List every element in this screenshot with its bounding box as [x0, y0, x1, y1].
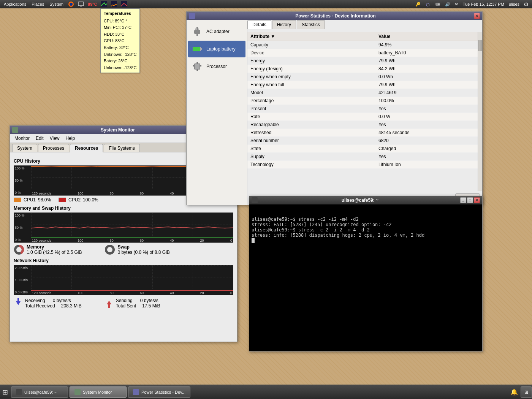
terminal-minimize-btn[interactable]: _: [460, 197, 466, 203]
svg-rect-30: [200, 65, 201, 66]
svg-rect-34: [196, 70, 196, 71]
temp-cpu: CPU: 89°C *: [104, 18, 136, 25]
powerstat-titlebar: Power Statistics - Device Information ✕: [187, 12, 482, 20]
network-line: [31, 265, 233, 291]
table-cell-value: Lithium Ion: [375, 161, 478, 169]
power-icon[interactable]: ⏻: [522, 0, 530, 8]
terminal-maximize-btn[interactable]: □: [467, 197, 473, 203]
terminal-close-btn[interactable]: ✕: [474, 197, 480, 203]
cpu-graph-icon[interactable]: [100, 0, 109, 8]
table-cell-value: 94.9%: [375, 41, 478, 49]
device-ac-adapter[interactable]: AC adapter: [188, 23, 245, 40]
svg-rect-21: [195, 28, 196, 30]
swap-donut: [104, 244, 115, 255]
taskbar-btn-sysmon[interactable]: System Monitor: [70, 386, 127, 398]
ps-table-scroll[interactable]: Attribute ▼ Value Capacity94.9%Devicebat…: [247, 32, 478, 191]
tab-filesystems[interactable]: File Systems: [104, 144, 140, 152]
sending-icon: [104, 298, 114, 309]
taskbar-powerstat-label: Power Statistics - Dev...: [141, 390, 185, 394]
tab-resources[interactable]: Resources: [70, 144, 103, 152]
ps-tab-details[interactable]: Details: [247, 20, 271, 29]
table-row: RechargeableYes: [247, 121, 478, 129]
ac-adapter-label: AC adapter: [206, 29, 230, 34]
powerstat-close-btn[interactable]: ✕: [474, 13, 480, 19]
bluetooth-icon[interactable]: ⬡: [424, 0, 432, 8]
key-icon[interactable]: 🔑: [414, 0, 422, 8]
menu-view[interactable]: View: [47, 135, 63, 142]
hdd-icon[interactable]: [434, 0, 442, 8]
table-cell-attribute: Energy when full: [247, 81, 375, 89]
ps-tab-statistics[interactable]: Statistics: [297, 20, 325, 29]
table-cell-attribute: Energy when empty: [247, 73, 375, 81]
table-cell-value: 84.2 Wh: [375, 65, 478, 73]
table-cell-attribute: Device: [247, 49, 375, 57]
volume-icon[interactable]: 🔊: [443, 0, 452, 8]
datetime-display: Tue Feb 15, 12:37 PM: [463, 2, 504, 6]
email-icon[interactable]: ✉: [453, 0, 460, 8]
ps-scrollbar-thumb[interactable]: [478, 40, 482, 51]
applications-menu[interactable]: Applications: [2, 0, 28, 8]
mem-chart-y-labels: 100 % 50 % 0 %: [14, 213, 31, 242]
ps-col-attribute: Attribute ▼: [247, 32, 375, 41]
memory-info: Memory 1.0 GiB (42.5 %) of 2.5 GiB: [14, 244, 82, 255]
table-cell-value: 100.0%: [375, 97, 478, 105]
mem-graph-icon[interactable]: [109, 0, 119, 8]
clock: Tue Feb 15, 12:37 PM: [461, 0, 506, 8]
ps-tab-history[interactable]: History: [272, 20, 296, 29]
tab-system[interactable]: System: [12, 144, 37, 152]
temp-tooltip-title: Temperatures: [104, 10, 136, 17]
terminal-cursor: [252, 238, 255, 243]
device-laptop-battery[interactable]: Laptop battery: [188, 41, 245, 57]
taskbar-right: 🔔 ⊞: [508, 386, 532, 398]
terminal-content[interactable]: ulises@cafe59:~$ stress -c2 -i2 -m4 -d2s…: [249, 204, 482, 351]
user-icon[interactable]: ulises: [507, 0, 521, 8]
table-cell-value: Charged: [375, 145, 478, 153]
table-cell-value: 42T4619: [375, 89, 478, 97]
show-desktop-btn[interactable]: ⊞: [521, 386, 532, 398]
swap-label: Swap: [117, 244, 169, 250]
temp-icon[interactable]: 89°C: [86, 0, 99, 8]
ac-adapter-icon: [191, 25, 203, 38]
receiving-icon: [14, 298, 23, 309]
places-menu[interactable]: Places: [29, 0, 46, 8]
applications-label: Applications: [4, 2, 26, 6]
network-history-title: Network History: [14, 258, 233, 263]
tab-processes[interactable]: Processes: [38, 144, 69, 152]
device-processor[interactable]: Processor: [188, 58, 245, 75]
memory-value: 1.0 GiB (42.5 %) of 2.5 GiB: [27, 250, 82, 255]
display-icon[interactable]: [76, 0, 86, 8]
taskbar-btn-terminal[interactable]: ulises@cafe59: ~: [11, 386, 68, 398]
taskbar-btn-powerstat[interactable]: Power Statistics - Dev...: [128, 386, 190, 398]
svg-point-9: [438, 3, 440, 5]
ps-table-wrapper: Attribute ▼ Value Capacity94.9%Devicebat…: [247, 32, 482, 191]
ps-scrollbar[interactable]: [478, 32, 482, 191]
svg-rect-33: [197, 62, 198, 63]
menu-help[interactable]: Help: [63, 135, 78, 142]
memory-line: [31, 213, 233, 239]
table-cell-attribute: Rechargeable: [247, 121, 375, 129]
memory-label-group: Memory 1.0 GiB (42.5 %) of 2.5 GiB: [27, 244, 82, 255]
menu-monitor[interactable]: Monitor: [11, 135, 33, 142]
table-row: Energy79.9 Wh: [247, 57, 478, 65]
ps-col-value: Value: [375, 32, 478, 41]
swap-value: 0 bytes (0.0 %) of 8.8 GiB: [117, 250, 169, 255]
system-menu[interactable]: System: [47, 0, 66, 8]
sending-value: 0 bytes/s: [140, 298, 158, 303]
firefox-icon[interactable]: [66, 0, 76, 8]
table-row: Rate0.0 W: [247, 113, 478, 121]
taskbar-app-btn[interactable]: ⊞: [0, 388, 10, 396]
table-cell-attribute: Energy (design): [247, 65, 375, 73]
table-cell-attribute: Percentage: [247, 97, 375, 105]
taskbar-notification-icon[interactable]: 🔔: [508, 386, 520, 398]
table-row: Capacity94.9%: [247, 41, 478, 49]
net-graph-icon[interactable]: [119, 0, 128, 8]
table-row: StateCharged: [247, 145, 478, 153]
menu-edit[interactable]: Edit: [33, 135, 47, 142]
laptop-battery-label: Laptop battery: [206, 46, 236, 52]
temp-minipci: Mini-PCI: 37°C: [104, 24, 136, 31]
taskbar-terminal-icon: [16, 389, 22, 395]
table-row: Devicebattery_BAT0: [247, 49, 478, 57]
table-cell-attribute: Supply: [247, 153, 375, 161]
memory-info-row: Memory 1.0 GiB (42.5 %) of 2.5 GiB Swap …: [14, 244, 233, 255]
table-row: TechnologyLithium Ion: [247, 161, 478, 169]
